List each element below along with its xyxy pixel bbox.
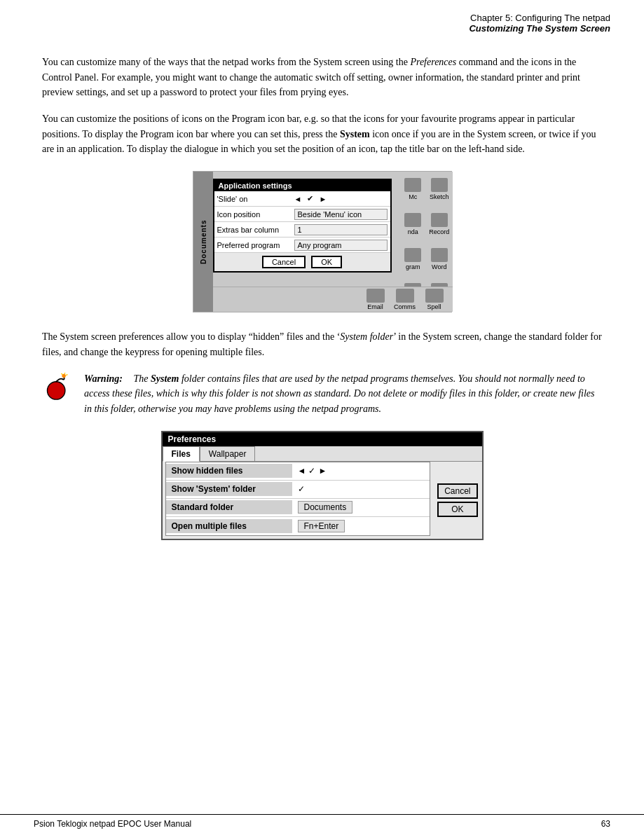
sys-icon-gram: gram: [400, 242, 427, 277]
comms-icon-box: [396, 289, 414, 303]
warning-section: Warning: The System folder contains file…: [42, 371, 602, 417]
word-icon-label: Word: [432, 263, 446, 270]
extras-bar-row: Extras bar column 1: [214, 222, 390, 237]
hidden-files-arrows: ◄ ✓ ►: [298, 466, 327, 476]
slide-value: ◄ ✔ ►: [294, 194, 327, 203]
standard-folder-value: Documents: [292, 499, 430, 516]
icon-position-row: Icon position Beside 'Menu' icon: [214, 207, 390, 222]
comms-icon-label: Comms: [394, 303, 416, 310]
nda-icon-shape: [404, 213, 421, 227]
header-chapter: Chapter 5: Configuring The netpad: [469, 13, 610, 23]
header-right: Chapter 5: Configuring The netpad Custom…: [469, 13, 610, 34]
warning-label: Warning:: [84, 373, 123, 384]
prefs-title-bar: Preferences: [163, 432, 482, 446]
word-icon-shape: [431, 248, 448, 262]
svg-line-2: [61, 373, 62, 374]
tab-files-label: Files: [172, 449, 191, 459]
dialog-title: Application settings: [214, 180, 390, 191]
gram-icon-shape: [404, 248, 421, 262]
sys-icon-mc: Mc: [400, 172, 427, 207]
preferred-program-value: Any program: [294, 240, 388, 251]
icon-position-value: Beside 'Menu' icon: [294, 209, 388, 220]
standard-folder-box: Documents: [298, 501, 353, 514]
paragraph-1: You can customize many of the ways that …: [42, 55, 602, 100]
spell-icon-box: [425, 289, 444, 303]
extras-bar-value: 1: [294, 224, 388, 235]
prefs-title: Preferences: [168, 434, 217, 444]
open-multiple-value: Fn+Enter: [292, 518, 430, 535]
footer-left: Psion Teklogix netpad EPOC User Manual: [34, 819, 191, 829]
sys-icon-sketch: Sketch: [426, 172, 453, 207]
preferred-program-row: Preferred program Any program: [214, 237, 390, 253]
bottom-icon-email: Email: [363, 289, 388, 310]
system-folder-value: ✓: [292, 482, 430, 496]
standard-folder-label: Standard folder: [166, 500, 292, 514]
svg-line-3: [64, 373, 65, 374]
paragraph-3: The System screen preferences allow you …: [42, 329, 602, 359]
hidden-files-value: ◄ ✓ ►: [292, 464, 430, 478]
content-area: You can customize many of the ways that …: [0, 38, 644, 589]
gram-icon-label: gram: [406, 263, 420, 270]
mc-icon-shape: [404, 178, 421, 192]
email-icon-label: Email: [367, 303, 383, 310]
app-settings-window: Documents Application settings 'Slide' o…: [193, 171, 452, 312]
warning-content: Warning: The System folder contains file…: [84, 371, 602, 417]
prefs-side-buttons: Cancel OK: [433, 462, 481, 539]
prefs-tabs: Files Wallpaper: [163, 446, 482, 462]
preferred-program-label: Preferred program: [217, 241, 294, 249]
bomb-icon: [43, 373, 71, 401]
prefs-main-content: Show hidden files ◄ ✓ ► Show: [163, 462, 482, 539]
open-multiple-box: Fn+Enter: [298, 520, 345, 532]
slide-label: 'Slide' on: [217, 195, 294, 203]
sys-icon-nda: nda: [400, 207, 427, 242]
prefs-cancel-button[interactable]: Cancel: [437, 483, 477, 499]
sketch-icon-label: Sketch: [430, 193, 449, 200]
screenshot-app-settings: Documents Application settings 'Slide' o…: [42, 171, 602, 312]
arrow-left-icon: ◄: [294, 195, 302, 203]
nda-icon-label: nda: [408, 228, 418, 235]
page-footer: Psion Teklogix netpad EPOC User Manual 6…: [0, 814, 644, 829]
prefs-rows: Show hidden files ◄ ✓ ► Show: [165, 462, 431, 536]
tab-wallpaper[interactable]: Wallpaper: [200, 446, 256, 461]
system-folder-label: Show 'System' folder: [166, 482, 292, 496]
tab-files[interactable]: Files: [163, 446, 200, 462]
system-screen: Documents Application settings 'Slide' o…: [193, 172, 453, 312]
preferences-dialog: Preferences Files Wallpaper: [161, 431, 484, 540]
bottom-icon-comms: Comms: [392, 289, 418, 310]
arrow-right-icon: ►: [318, 466, 327, 476]
sidebar-documents: Documents: [193, 172, 213, 312]
prefs-row-system-folder: Show 'System' folder ✓: [166, 481, 430, 499]
svg-line-4: [66, 374, 68, 375]
hidden-files-label: Show hidden files: [166, 464, 292, 478]
paragraph-2: You can customize the positions of icons…: [42, 111, 602, 157]
record-icon-label: Record: [429, 228, 449, 235]
prefs-ok-button[interactable]: OK: [437, 502, 477, 517]
extras-bar-label: Extras bar column: [217, 226, 294, 234]
warning-icon-area: [42, 371, 73, 401]
warning-text: Warning: The System folder contains file…: [84, 371, 602, 417]
sketch-icon-shape: [431, 178, 448, 192]
arrow-right-icon: ►: [319, 195, 327, 203]
app-settings-dialog: Application settings 'Slide' on ◄ ✔ ►: [213, 179, 392, 273]
bottom-icon-spell: Spell: [422, 289, 447, 310]
prefs-row-standard-folder: Standard folder Documents: [166, 499, 430, 517]
dialog-cancel-button[interactable]: Cancel: [262, 256, 306, 268]
preferences-screenshot: Preferences Files Wallpaper: [42, 431, 602, 540]
header-title: Customizing The System Screen: [469, 23, 610, 34]
prefs-row-hidden-files: Show hidden files ◄ ✓ ►: [166, 462, 430, 481]
slide-row: 'Slide' on ◄ ✔ ►: [214, 191, 390, 207]
record-icon-shape: [431, 213, 448, 227]
arrow-left-icon: ◄: [298, 466, 306, 476]
spell-icon-label: Spell: [427, 303, 441, 310]
prefs-row-open-multiple: Open multiple files Fn+Enter: [166, 517, 430, 535]
sys-icon-word: Word: [426, 242, 453, 277]
dialog-ok-button[interactable]: OK: [311, 256, 342, 268]
email-icon-box: [366, 289, 385, 303]
svg-point-0: [47, 381, 64, 399]
icon-position-label: Icon position: [217, 210, 294, 219]
page-number: 63: [601, 819, 610, 829]
page-header: Chapter 5: Configuring The netpad Custom…: [0, 0, 644, 38]
system-folder-check: ✓: [298, 484, 305, 494]
tab-wallpaper-label: Wallpaper: [209, 449, 247, 459]
sys-icon-record: Record: [426, 207, 453, 242]
